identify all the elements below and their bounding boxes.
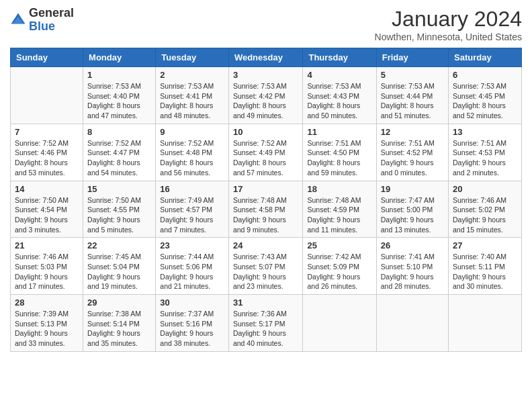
calendar-cell: 14Sunrise: 7:50 AMSunset: 4:54 PMDayligh… [11,181,83,238]
day-header-friday: Friday [376,48,448,67]
day-info: Sunrise: 7:53 AMSunset: 4:42 PMDaylight:… [233,81,299,121]
day-header-saturday: Saturday [449,48,522,67]
calendar-week-row: 1Sunrise: 7:53 AMSunset: 4:40 PMDaylight… [11,67,522,124]
day-info: Sunrise: 7:52 AMSunset: 4:48 PMDaylight:… [160,138,224,178]
day-header-monday: Monday [83,48,156,67]
day-info: Sunrise: 7:53 AMSunset: 4:40 PMDaylight:… [87,81,151,121]
day-number: 18 [307,184,371,194]
calendar-cell: 27Sunrise: 7:40 AMSunset: 5:11 PMDayligh… [449,238,522,295]
calendar-cell: 8Sunrise: 7:52 AMSunset: 4:47 PMDaylight… [83,124,156,181]
calendar-cell: 13Sunrise: 7:51 AMSunset: 4:53 PMDayligh… [449,124,522,181]
calendar-cell: 18Sunrise: 7:48 AMSunset: 4:59 PMDayligh… [303,181,376,238]
day-number: 29 [87,298,151,308]
day-header-tuesday: Tuesday [156,48,229,67]
day-number: 24 [233,240,299,250]
day-number: 25 [307,240,371,250]
calendar-cell: 25Sunrise: 7:42 AMSunset: 5:09 PMDayligh… [303,238,376,295]
day-number: 1 [87,70,151,80]
day-number: 4 [307,70,371,80]
calendar-cell: 19Sunrise: 7:47 AMSunset: 5:00 PMDayligh… [376,181,448,238]
logo-blue-text: Blue [29,19,55,33]
day-info: Sunrise: 7:48 AMSunset: 4:59 PMDaylight:… [307,195,371,235]
day-number: 30 [160,298,224,308]
calendar-cell: 29Sunrise: 7:38 AMSunset: 5:14 PMDayligh… [83,295,156,352]
logo-icon [10,12,26,28]
day-header-sunday: Sunday [11,48,83,67]
calendar-cell: 30Sunrise: 7:37 AMSunset: 5:16 PMDayligh… [156,295,229,352]
day-info: Sunrise: 7:46 AMSunset: 5:02 PMDaylight:… [453,195,517,235]
day-info: Sunrise: 7:48 AMSunset: 4:58 PMDaylight:… [233,195,299,235]
calendar-table: SundayMondayTuesdayWednesdayThursdayFrid… [10,48,522,352]
calendar-cell: 21Sunrise: 7:46 AMSunset: 5:03 PMDayligh… [11,238,83,295]
logo: General Blue [10,7,74,34]
day-info: Sunrise: 7:46 AMSunset: 5:03 PMDaylight:… [15,252,79,291]
day-info: Sunrise: 7:37 AMSunset: 5:16 PMDaylight:… [160,309,224,349]
day-number: 2 [160,70,224,80]
location: Nowthen, Minnesota, United States [375,32,522,42]
calendar-cell: 5Sunrise: 7:53 AMSunset: 4:44 PMDaylight… [376,67,448,124]
calendar-cell: 24Sunrise: 7:43 AMSunset: 5:07 PMDayligh… [228,238,303,295]
day-info: Sunrise: 7:42 AMSunset: 5:09 PMDaylight:… [307,252,371,291]
day-number: 11 [307,127,371,137]
day-info: Sunrise: 7:44 AMSunset: 5:06 PMDaylight:… [160,252,224,291]
logo-general-text: General [29,6,74,19]
calendar-cell: 11Sunrise: 7:51 AMSunset: 4:50 PMDayligh… [303,124,376,181]
calendar-cell: 6Sunrise: 7:53 AMSunset: 4:45 PMDaylight… [449,67,522,124]
calendar-cell [11,67,83,124]
day-info: Sunrise: 7:52 AMSunset: 4:46 PMDaylight:… [15,138,79,178]
day-number: 20 [453,184,517,194]
day-info: Sunrise: 7:52 AMSunset: 4:47 PMDaylight:… [87,138,151,178]
calendar-week-row: 7Sunrise: 7:52 AMSunset: 4:46 PMDaylight… [11,124,522,181]
day-number: 28 [15,298,79,308]
day-number: 10 [233,127,299,137]
calendar-cell: 23Sunrise: 7:44 AMSunset: 5:06 PMDayligh… [156,238,229,295]
day-info: Sunrise: 7:50 AMSunset: 4:54 PMDaylight:… [15,195,79,235]
day-number: 17 [233,184,299,194]
page-header: General Blue January 2024 Nowthen, Minne… [10,7,522,42]
calendar-cell [303,295,376,352]
day-number: 7 [15,127,79,137]
day-number: 8 [87,127,151,137]
calendar-cell: 16Sunrise: 7:49 AMSunset: 4:57 PMDayligh… [156,181,229,238]
calendar-cell: 15Sunrise: 7:50 AMSunset: 4:55 PMDayligh… [83,181,156,238]
day-number: 23 [160,240,224,250]
calendar-cell: 1Sunrise: 7:53 AMSunset: 4:40 PMDaylight… [83,67,156,124]
calendar-cell: 20Sunrise: 7:46 AMSunset: 5:02 PMDayligh… [449,181,522,238]
title-section: January 2024 Nowthen, Minnesota, United … [375,7,522,42]
calendar-week-row: 28Sunrise: 7:39 AMSunset: 5:13 PMDayligh… [11,295,522,352]
calendar-cell: 7Sunrise: 7:52 AMSunset: 4:46 PMDaylight… [11,124,83,181]
calendar-cell: 2Sunrise: 7:53 AMSunset: 4:41 PMDaylight… [156,67,229,124]
day-info: Sunrise: 7:43 AMSunset: 5:07 PMDaylight:… [233,252,299,291]
day-info: Sunrise: 7:50 AMSunset: 4:55 PMDaylight:… [87,195,151,235]
calendar-cell: 22Sunrise: 7:45 AMSunset: 5:04 PMDayligh… [83,238,156,295]
day-number: 3 [233,70,299,80]
calendar-week-row: 21Sunrise: 7:46 AMSunset: 5:03 PMDayligh… [11,238,522,295]
day-info: Sunrise: 7:45 AMSunset: 5:04 PMDaylight:… [87,252,151,291]
day-number: 22 [87,240,151,250]
day-number: 6 [453,70,517,80]
day-number: 31 [233,298,299,308]
day-info: Sunrise: 7:51 AMSunset: 4:52 PMDaylight:… [381,138,444,178]
day-info: Sunrise: 7:36 AMSunset: 5:17 PMDaylight:… [233,309,299,349]
day-info: Sunrise: 7:53 AMSunset: 4:45 PMDaylight:… [453,81,517,121]
calendar-cell: 17Sunrise: 7:48 AMSunset: 4:58 PMDayligh… [228,181,303,238]
day-number: 27 [453,240,517,250]
month-title: January 2024 [375,7,522,32]
calendar-header-row: SundayMondayTuesdayWednesdayThursdayFrid… [11,48,522,67]
day-number: 13 [453,127,517,137]
day-info: Sunrise: 7:52 AMSunset: 4:49 PMDaylight:… [233,138,299,178]
day-number: 21 [15,240,79,250]
calendar-cell: 10Sunrise: 7:52 AMSunset: 4:49 PMDayligh… [228,124,303,181]
day-number: 26 [381,240,444,250]
day-info: Sunrise: 7:49 AMSunset: 4:57 PMDaylight:… [160,195,224,235]
day-number: 19 [381,184,444,194]
day-info: Sunrise: 7:38 AMSunset: 5:14 PMDaylight:… [87,309,151,349]
day-number: 12 [381,127,444,137]
day-number: 16 [160,184,224,194]
day-info: Sunrise: 7:51 AMSunset: 4:53 PMDaylight:… [453,138,517,178]
day-number: 5 [381,70,444,80]
day-info: Sunrise: 7:53 AMSunset: 4:44 PMDaylight:… [381,81,444,121]
calendar-cell: 9Sunrise: 7:52 AMSunset: 4:48 PMDaylight… [156,124,229,181]
calendar-cell: 28Sunrise: 7:39 AMSunset: 5:13 PMDayligh… [11,295,83,352]
day-info: Sunrise: 7:41 AMSunset: 5:10 PMDaylight:… [381,252,444,291]
